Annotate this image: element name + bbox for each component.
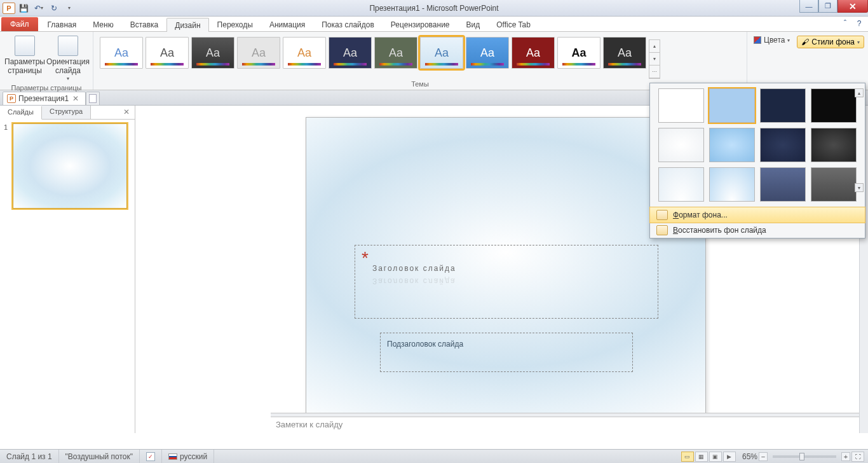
bg-style-11[interactable] [760, 167, 806, 202]
theme-aa-icon: Aa [114, 46, 128, 60]
sorter-view-button[interactable]: ▦ [695, 452, 708, 462]
qat-more-button[interactable]: ▾ [62, 2, 76, 15]
normal-view-button[interactable]: ▭ [681, 452, 694, 462]
subtitle-text: Подзаголовок слайда [387, 340, 463, 349]
ribbon-tabs: Файл Главная Меню Вставка Дизайн Переход… [0, 17, 868, 32]
bg-style-8[interactable] [811, 128, 857, 162]
tab-home[interactable]: Главная [39, 17, 85, 31]
status-language[interactable]: русский [162, 450, 214, 463]
zoom-percent[interactable]: 65% [742, 452, 757, 461]
tab-design[interactable]: Дизайн [166, 18, 208, 32]
theme-color-strip [562, 63, 595, 66]
side-panel-close[interactable]: ✕ [118, 106, 135, 119]
tab-transitions[interactable]: Переходы [209, 17, 261, 31]
theme-thumb-7[interactable]: Aa [420, 37, 463, 69]
subtitle-placeholder[interactable]: Подзаголовок слайда [380, 333, 633, 372]
redo-button[interactable]: ↻ [47, 2, 61, 15]
tab-animation[interactable]: Анимация [261, 17, 313, 31]
doc-tab-close[interactable]: ✕ [71, 94, 80, 103]
theme-thumb-8[interactable]: Aa [466, 37, 509, 69]
slide-panel: Слайды Структура ✕ 1 [0, 106, 135, 433]
bg-style-10[interactable] [709, 167, 755, 202]
theme-aa-icon: Aa [297, 46, 311, 60]
theme-thumb-6[interactable]: Aa [374, 37, 417, 69]
bg-style-6[interactable] [709, 128, 755, 162]
window-controls: — ❐ ✕ [799, 0, 868, 13]
outline-tab[interactable]: Структура [42, 106, 91, 119]
theme-aa-icon: Aa [618, 46, 632, 60]
scroll-down-button[interactable]: ▾ [855, 183, 864, 192]
window-title: Презентация1 - Microsoft PowerPoint [0, 4, 868, 13]
scroll-up-button[interactable]: ▴ [855, 88, 864, 97]
zoom-out-button[interactable]: − [759, 452, 768, 461]
bg-style-5[interactable] [658, 128, 704, 162]
title-placeholder[interactable]: * Заголовок слайда Заголовок слайда [355, 245, 658, 319]
zoom-in-button[interactable]: + [841, 452, 850, 461]
theme-thumb-9[interactable]: Aa [512, 37, 555, 69]
popup-scrollbar[interactable]: ▴ ▾ [855, 88, 864, 192]
bg-style-1[interactable] [658, 88, 704, 123]
format-background-item[interactable]: Формат фона... [649, 207, 865, 223]
slide-thumbnail-1[interactable] [13, 123, 127, 209]
slide-orientation-button[interactable]: Ориентация слайда ▾ [47, 34, 89, 83]
tab-review[interactable]: Рецензирование [383, 17, 458, 31]
slide[interactable]: * Заголовок слайда Заголовок слайда Подз… [306, 117, 706, 417]
reset-background-item[interactable]: Восстановить фон слайда [650, 223, 865, 238]
format-bg-label: Формат фона... [673, 211, 728, 219]
doc-icon: P [7, 94, 16, 103]
ribbon-collapse-button[interactable]: ˆ [840, 19, 850, 28]
app-icon[interactable]: P [3, 3, 15, 14]
theme-aa-icon: Aa [571, 46, 586, 60]
minimize-button[interactable]: — [799, 0, 818, 13]
reading-view-button[interactable]: ▣ [709, 452, 722, 462]
tab-menu[interactable]: Меню [85, 17, 121, 31]
theme-thumb-4[interactable]: Aa [283, 37, 326, 69]
themes-gallery-more[interactable]: ⋯ [649, 66, 660, 78]
file-tab[interactable]: Файл [1, 17, 38, 31]
status-theme[interactable]: "Воздушный поток" [59, 450, 140, 463]
theme-thumb-0[interactable]: Aa [100, 37, 143, 69]
tab-insert[interactable]: Вставка [122, 17, 167, 31]
bg-style-3[interactable] [760, 88, 806, 123]
slideshow-view-button[interactable]: ▶ [723, 452, 736, 462]
close-button[interactable]: ✕ [837, 0, 868, 13]
title-bar: P 💾 ↶▾ ↻ ▾ Презентация1 - Microsoft Powe… [0, 0, 868, 17]
status-bar: Слайд 1 из 1 "Воздушный поток" ✓ русский… [0, 449, 868, 463]
bg-style-2[interactable] [709, 88, 755, 123]
group-label-page-setup: Параметры страницы [4, 83, 89, 93]
help-button[interactable]: ? [854, 19, 864, 28]
theme-thumb-3[interactable]: Aa [237, 37, 280, 69]
colors-icon [754, 36, 761, 44]
theme-thumb-5[interactable]: Aa [329, 37, 372, 69]
format-bg-icon [656, 210, 668, 220]
bg-style-12[interactable] [811, 167, 857, 202]
tab-office-tab[interactable]: Office Tab [488, 17, 539, 31]
save-button[interactable]: 💾 [17, 2, 31, 15]
background-styles-button[interactable]: 🖌 Стили фона ▾ [797, 36, 864, 48]
theme-color-strip [151, 63, 184, 66]
themes-gallery-down[interactable]: ▾ [649, 53, 660, 66]
zoom-slider[interactable] [773, 455, 836, 458]
fit-to-window-button[interactable]: ⛶ [851, 452, 864, 462]
status-slide-number[interactable]: Слайд 1 из 1 [0, 450, 59, 463]
theme-thumb-2[interactable]: Aa [191, 37, 234, 69]
theme-aa-icon: Aa [480, 46, 494, 60]
theme-thumb-11[interactable]: Aa [603, 37, 646, 69]
tab-slideshow[interactable]: Показ слайдов [313, 17, 383, 31]
theme-thumb-10[interactable]: Aa [557, 37, 600, 69]
group-themes: AaAaAaAaAaAaAaAaAaAaAaAa▴▾⋯ Темы [93, 32, 747, 90]
notes-pane[interactable]: Заметки к слайду [271, 417, 859, 433]
status-spellcheck[interactable]: ✓ [140, 450, 162, 463]
bg-style-9[interactable] [658, 167, 704, 202]
theme-color-strip [105, 63, 138, 66]
slides-tab[interactable]: Слайды [0, 106, 42, 120]
tab-view[interactable]: Вид [458, 17, 489, 31]
page-setup-button[interactable]: Параметры страницы [4, 34, 46, 77]
bg-style-4[interactable] [811, 88, 857, 123]
undo-button[interactable]: ↶▾ [32, 2, 46, 15]
bg-style-7[interactable] [760, 128, 806, 162]
theme-thumb-1[interactable]: Aa [146, 37, 189, 69]
restore-button[interactable]: ❐ [818, 0, 837, 13]
themes-gallery-up[interactable]: ▴ [649, 40, 660, 53]
zoom-knob[interactable] [799, 453, 804, 460]
